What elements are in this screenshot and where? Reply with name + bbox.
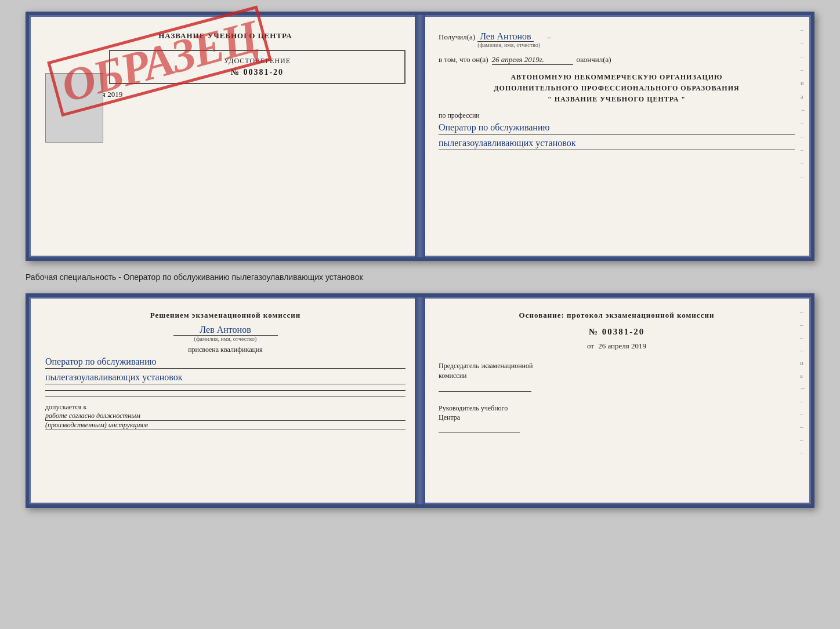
org-text: АВТОНОМНУЮ НЕКОММЕРЧЕСКУЮ ОРГАНИЗАЦИЮ ДО… (439, 72, 795, 106)
received-line: Получил(а) Лев Антонов (фамилия, имя, от… (439, 31, 795, 48)
ot-label: от (587, 341, 594, 350)
right-dashes: – – – – и а ← – – – – – (801, 27, 806, 180)
photo-placeholder (45, 73, 103, 143)
certificate-top: НАЗВАНИЕ УЧЕБНОГО ЦЕНТРА ОБРАЗЕЦ УДОСТОВ… (26, 12, 814, 261)
received-prefix: Получил(а) (439, 32, 475, 42)
допускается-value1: работе согласно должностным (45, 412, 405, 421)
blank-line-1 (45, 390, 405, 391)
bottom-right-page: Основание: протокол экзаменационной коми… (420, 297, 811, 504)
fio-hint-top: (фамилия, имя, отчество) (477, 42, 540, 48)
middle-label: Рабочая специальность - Оператор по обсл… (26, 270, 814, 284)
bottom-left-page: Решением экзаменационной комиссии Лев Ан… (29, 297, 420, 504)
book-spine (415, 15, 425, 257)
profession-label: по профессии (439, 111, 795, 120)
right-page-top: Получил(а) Лев Антонов (фамилия, имя, от… (420, 15, 811, 257)
cert-type-label: УДОСТОВЕРЕНИЕ (118, 57, 396, 66)
ot-date: от 26 апреля 2019 (439, 341, 795, 351)
chairman-line1: Председатель экзаменационной (439, 361, 795, 371)
school-name-header: НАЗВАНИЕ УЧЕБНОГО ЦЕНТРА (45, 31, 405, 41)
vertical-letters-bottom: – – – – и а ← – – – – – (800, 308, 806, 456)
left-page-top: НАЗВАНИЕ УЧЕБНОГО ЦЕНТРА ОБРАЗЕЦ УДОСТОВ… (29, 15, 420, 257)
chairman-line2: комиссии (439, 371, 795, 381)
qual-value1: Оператор по обслуживанию (45, 357, 405, 369)
head-line2: Центра (439, 413, 795, 423)
date-value: 26 апреля 2019г. (492, 55, 573, 65)
person-name-bottom: Лев Антонов (173, 325, 278, 336)
protocol-number: № 00381-20 (439, 327, 795, 337)
commission-header: Решением экзаменационной комиссии (45, 311, 405, 320)
received-name: Лев Антонов (477, 31, 533, 42)
date-completion-line: в том, что он(а) 26 апреля 2019г. окончи… (439, 55, 795, 65)
blank-line-2 (45, 397, 405, 397)
osnov-header: Основание: протокол экзаменационной коми… (439, 311, 795, 320)
org-line2: ДОПОЛНИТЕЛЬНОГО ПРОФЕССИОНАЛЬНОГО ОБРАЗО… (439, 83, 795, 94)
book-spine-bottom (415, 297, 425, 504)
chairman-label: Председатель экзаменационной комиссии (439, 361, 795, 381)
qualification-label: присвоена квалификация (45, 346, 405, 354)
date-prefix: в том, что он(а) (439, 55, 488, 64)
допускается-value2: (производственным) инструкциям (45, 421, 405, 430)
profession-value2: пылегазоулавливающих установок (439, 138, 795, 150)
profession-value1: Оператор по обслуживанию (439, 122, 795, 134)
chairman-sig-line (439, 391, 531, 392)
org-line3: " НАЗВАНИЕ УЧЕБНОГО ЦЕНТРА " (439, 94, 795, 105)
допускается-text: допускается к работе согласно должностны… (45, 403, 405, 430)
org-line1: АВТОНОМНУЮ НЕКОММЕРЧЕСКУЮ ОРГАНИЗАЦИЮ (439, 72, 795, 83)
head-sig-line (439, 432, 520, 432)
head-label: Руководитель учебного Центра (439, 403, 795, 423)
cert-number: № 00381-20 (118, 68, 396, 77)
cert-type-box: УДОСТОВЕРЕНИЕ № 00381-20 (109, 50, 405, 84)
fio-sub-bottom: (фамилия, имя, отчество) (45, 336, 405, 342)
certificate-bottom: Решением экзаменационной комиссии Лев Ан… (26, 293, 814, 508)
qual-value2: пылегазоулавливающих установок (45, 372, 405, 384)
date-suffix: окончил(а) (577, 55, 611, 64)
head-line1: Руководитель учебного (439, 403, 795, 413)
ot-date-value: 26 апреля 2019 (598, 341, 646, 350)
